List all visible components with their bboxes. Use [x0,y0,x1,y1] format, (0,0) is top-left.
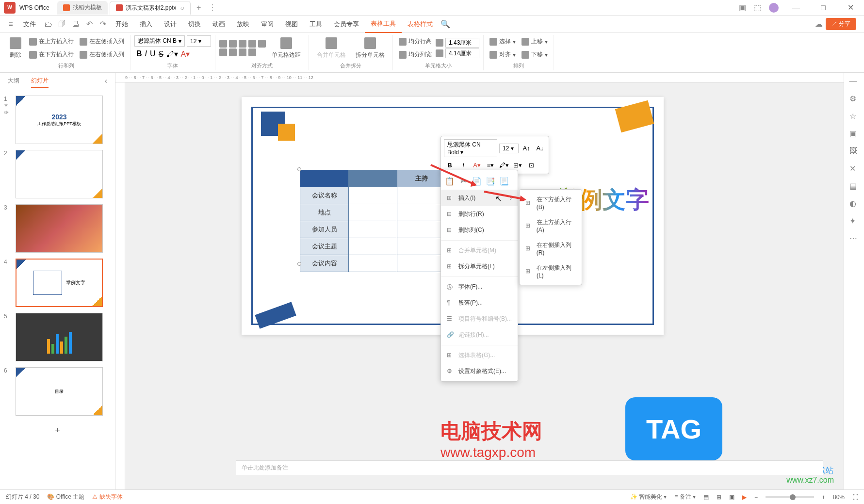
tab-close-icon[interactable]: ○ [180,4,184,12]
bold-button[interactable]: B [136,49,142,59]
ctx-delete-row[interactable]: ⊟删除行(R) [441,206,518,222]
increase-font-icon[interactable]: A↑ [521,143,532,154]
strikethrough-button[interactable]: S̶ [159,49,163,59]
file-menu[interactable]: 文件 [17,16,42,33]
slides-tab[interactable]: 幻灯片 [31,77,49,88]
paste-text-icon[interactable]: 📃 [498,175,510,187]
paste-special-icon[interactable]: 📑 [485,175,496,187]
minimize-button[interactable]: — [786,0,806,16]
table-cell[interactable] [349,204,397,221]
float-more-button[interactable]: ⊡ [525,159,537,171]
rp-more-icon[interactable]: ⋯ [849,234,859,244]
tab-menu-button[interactable]: ⋮ [205,3,220,12]
notes-area[interactable]: 单击此处添加备注 [236,460,823,475]
font-color-button[interactable]: A▾ [181,49,190,59]
share-button[interactable]: ↗ 分享 [826,18,856,30]
menu-member[interactable]: 会员专享 [328,16,365,33]
outline-tab[interactable]: 大纲 [8,77,19,88]
rp-design-icon[interactable]: ⚙ [849,94,859,104]
user-avatar[interactable] [769,3,779,13]
slide-thumbnail[interactable] [16,313,103,361]
table-row-header[interactable]: 会议名称 [300,187,349,204]
selection-handle[interactable] [297,262,301,266]
close-button[interactable]: ✕ [841,0,860,16]
row-height-input[interactable] [445,38,479,48]
menu-table-tools[interactable]: 表格工具 [365,16,402,33]
submenu-insert-left[interactable]: ⊞在左侧插入列(L) [520,260,582,283]
tab-document[interactable]: 演示文稿素材2.pptx ○ [110,1,191,15]
text-dir-icon[interactable] [248,49,256,56]
menu-table-style[interactable]: 表格样式 [402,16,439,33]
view-reading-icon[interactable]: ▣ [729,494,734,501]
slide-thumbnail[interactable] [16,150,103,198]
fit-screen-icon[interactable]: ⛶ [852,494,858,501]
cube-icon[interactable]: ⬚ [754,3,761,12]
table-cell[interactable] [397,255,446,272]
distribute-rows-button[interactable]: 均分行高 [397,35,434,48]
cell-margin-button[interactable]: 单元格边距 [268,35,305,61]
view-sorter-icon[interactable]: ⊞ [717,494,721,501]
move-up-button[interactable]: 上移 ▾ [520,35,550,48]
rp-tools-icon[interactable]: ✕ [849,164,859,174]
float-align-button[interactable]: ≡▾ [485,159,496,171]
table-cell[interactable] [397,238,446,255]
print-icon[interactable]: 🗐 [55,17,69,31]
valign-bot-icon[interactable] [239,49,246,56]
submenu-insert-above[interactable]: ⊞在上方插入行(A) [520,214,582,237]
maximize-button[interactable]: □ [814,0,833,16]
menu-toggle-icon[interactable]: ≡ [4,17,17,31]
table-cell[interactable] [349,221,397,238]
selection-handle[interactable] [297,167,301,171]
decrease-font-icon[interactable]: A↓ [534,143,546,154]
menu-tools[interactable]: 工具 [304,16,328,33]
float-highlight-button[interactable]: 🖍▾ [498,159,510,171]
float-size-dropdown[interactable]: 12 ▾ [499,144,519,153]
table-row-header[interactable]: 参加人员 [300,221,349,238]
valign-top-icon[interactable] [219,49,227,56]
theme-indicator[interactable]: 🎨 Office 主题 [47,493,84,501]
submenu-insert-right[interactable]: ⊞在右侧插入列(R) [520,237,582,260]
table-header-cell[interactable] [300,170,349,187]
tab-add-button[interactable]: + [193,3,205,12]
slide-thumbnail[interactable] [16,204,103,253]
tab-templates[interactable]: 找稻壳模板 [57,1,108,15]
insert-row-above-button[interactable]: 在上方插入行 [27,35,76,48]
undo-icon[interactable]: ↶ [82,17,96,31]
highlight-button[interactable]: 🖍▾ [166,49,178,59]
ctx-split[interactable]: ⊞拆分单元格(L) [441,259,518,275]
insert-col-right-button[interactable]: 在右侧插入列 [78,49,126,61]
slide-thumbnail-selected[interactable]: 举例文字 [16,259,103,307]
slide-item[interactable]: 3 [4,204,111,253]
zoom-level[interactable]: 80% [833,494,845,501]
table-cell[interactable] [397,187,446,204]
rp-collapse-icon[interactable]: — [849,77,859,86]
align-button[interactable]: 对齐 ▾ [488,49,518,61]
table-row-header[interactable]: 会议主题 [300,238,349,255]
menu-slideshow[interactable]: 放映 [231,16,255,33]
indent-icon[interactable] [258,40,266,48]
sidebar-collapse-icon[interactable]: ‹ [105,77,107,88]
panel-icon[interactable]: ▣ [739,3,746,12]
table-cell[interactable] [397,204,446,221]
slide-item[interactable]: 6 目录 [4,367,111,416]
distribute-cols-button[interactable]: 均分列宽 [397,49,434,61]
float-border-button[interactable]: ⊞▾ [512,159,523,171]
zoom-in-button[interactable]: + [822,494,825,501]
col-width-input[interactable] [445,49,479,58]
table-cell[interactable] [349,255,397,272]
valign-mid-icon[interactable] [229,49,237,56]
slide-item[interactable]: 5 [4,313,111,361]
rp-media-icon[interactable]: ▤ [849,181,859,191]
save-icon[interactable]: 🗁 [42,17,55,31]
select-button[interactable]: 选择 ▾ [488,35,518,48]
insert-row-below-button[interactable]: 在下方插入行 [27,49,76,61]
rp-layout-icon[interactable]: ▣ [849,129,859,139]
menu-view[interactable]: 视图 [279,16,304,33]
notes-toggle[interactable]: ≡ 备注 ▾ [674,493,696,501]
cloud-icon[interactable]: ☁ [812,17,826,31]
ctx-paragraph[interactable]: ¶段落(P)... [441,295,518,311]
search-icon[interactable]: 🔍 [439,17,452,31]
italic-button[interactable]: I [145,49,147,59]
slide-item[interactable]: 2 [4,150,111,198]
move-down-button[interactable]: 下移 ▾ [520,49,550,61]
